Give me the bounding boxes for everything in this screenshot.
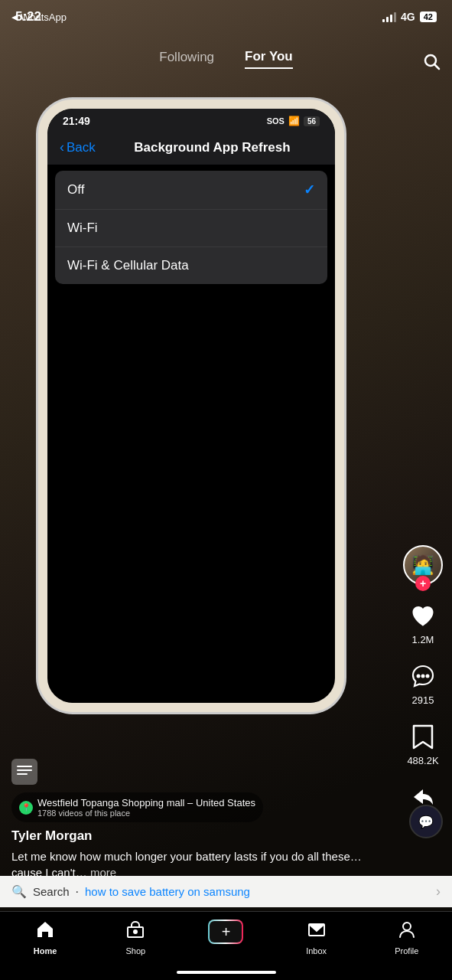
creator-avatar-container[interactable]: 🧑‍💻 + [403, 545, 443, 585]
shop-icon [125, 920, 145, 944]
nav-item-home[interactable]: Home [18, 920, 72, 956]
svg-point-2 [417, 675, 421, 678]
right-action-sidebar: 🧑‍💻 + 1.2M 2915 488.2 [403, 545, 443, 827]
settings-page-title: Background App Refresh [102, 140, 323, 155]
nav-item-create[interactable]: + [199, 920, 252, 944]
location-info: Westfield Topanga Shopping mall – United… [37, 797, 255, 818]
displayed-phone: 21:49 SOS 📶 56 ‹ Back Background App Ref… [38, 100, 344, 712]
home-icon [35, 920, 55, 944]
talk-avatar-icon: 💬 [418, 815, 434, 829]
comment-count: 2915 [412, 694, 434, 706]
option-off-label: Off [67, 182, 84, 198]
svg-line-1 [435, 65, 440, 70]
home-label: Home [34, 946, 57, 956]
bottom-navigation: Home Shop + Inbox [0, 911, 452, 980]
search-bar[interactable]: 🔍 Search · how to save battery on samsun… [0, 876, 452, 907]
option-wifi-label: Wi-Fi [67, 220, 98, 236]
option-wifi-cellular-label: Wi-Fi & Cellular Data [67, 258, 189, 273]
plus-icon: + [222, 923, 231, 941]
comment-action[interactable]: 2915 [406, 659, 440, 706]
location-tag[interactable]: 📍 Westfield Topanga Shopping mall – Unit… [11, 792, 263, 822]
phone-time: 21:49 [63, 115, 90, 127]
inbox-icon [307, 920, 327, 944]
search-prefix: Search [33, 885, 70, 898]
shop-label: Shop [125, 946, 145, 956]
search-content: 🔍 Search · how to save battery on samsun… [11, 884, 436, 899]
selected-checkmark: ✓ [304, 181, 315, 198]
home-indicator [177, 971, 276, 974]
search-icon: 🔍 [11, 884, 27, 899]
phone-battery: 56 [304, 116, 320, 126]
nav-item-inbox[interactable]: Inbox [290, 920, 343, 956]
inbox-label: Inbox [306, 946, 327, 956]
location-video-count: 1788 videos of this place [37, 808, 255, 818]
like-action[interactable]: 1.2M [406, 599, 440, 645]
create-button[interactable]: + [208, 920, 243, 944]
caption-toggle-icon[interactable] [11, 759, 37, 785]
nav-item-profile[interactable]: Profile [380, 920, 434, 956]
tab-for-you[interactable]: For You [245, 46, 293, 69]
profile-icon [397, 920, 417, 944]
creator-username[interactable]: Tyler Morgan [11, 828, 383, 844]
phone-screen: 21:49 SOS 📶 56 ‹ Back Background App Ref… [47, 109, 335, 703]
svg-rect-6 [17, 769, 32, 771]
sos-badge: SOS [267, 116, 285, 126]
settings-options-list: Off ✓ Wi-Fi Wi-Fi & Cellular Data [47, 171, 335, 284]
svg-rect-5 [17, 766, 32, 767]
phone-status-right: SOS 📶 56 [267, 116, 320, 126]
search-query: how to save battery on samsung [85, 885, 250, 898]
option-off[interactable]: Off ✓ [55, 171, 327, 210]
wifi-icon: 📶 [288, 116, 300, 126]
comment-icon[interactable] [406, 659, 440, 693]
option-wifi-cellular[interactable]: Wi-Fi & Cellular Data [55, 247, 327, 284]
save-action[interactable]: 488.2K [406, 720, 440, 766]
location-name: Westfield Topanga Shopping mall – United… [37, 797, 255, 808]
nav-item-shop[interactable]: Shop [109, 920, 162, 956]
nav-header: Following For You [0, 46, 452, 69]
search-button[interactable] [422, 52, 441, 75]
back-label: Back [67, 140, 96, 155]
search-dot: · [76, 885, 79, 899]
save-icon[interactable] [406, 720, 440, 753]
like-icon[interactable] [406, 599, 440, 632]
caption-text: Let me know how much longer your battery… [11, 850, 362, 879]
save-count: 488.2K [407, 755, 438, 766]
settings-navigation: ‹ Back Background App Refresh [47, 130, 335, 165]
phone-status-bar: 21:49 SOS 📶 56 [47, 109, 335, 130]
settings-back-button[interactable]: ‹ Back [60, 139, 96, 155]
back-chevron-icon: ‹ [60, 139, 64, 155]
tab-following[interactable]: Following [159, 47, 214, 68]
search-chevron-icon: › [436, 884, 441, 900]
talk-to-me-avatar[interactable]: 💬 [409, 805, 443, 838]
location-icon: 📍 [19, 801, 33, 815]
like-count: 1.2M [412, 634, 434, 645]
follow-button[interactable]: + [415, 576, 431, 591]
avatar-emoji: 🧑‍💻 [411, 554, 434, 576]
svg-point-9 [134, 930, 137, 933]
video-info: 📍 Westfield Topanga Shopping mall – Unit… [0, 759, 395, 880]
svg-point-3 [421, 675, 425, 678]
svg-rect-7 [17, 773, 28, 775]
profile-label: Profile [395, 946, 418, 956]
svg-point-4 [426, 675, 430, 678]
option-wifi[interactable]: Wi-Fi [55, 210, 327, 247]
svg-point-11 [403, 923, 411, 930]
